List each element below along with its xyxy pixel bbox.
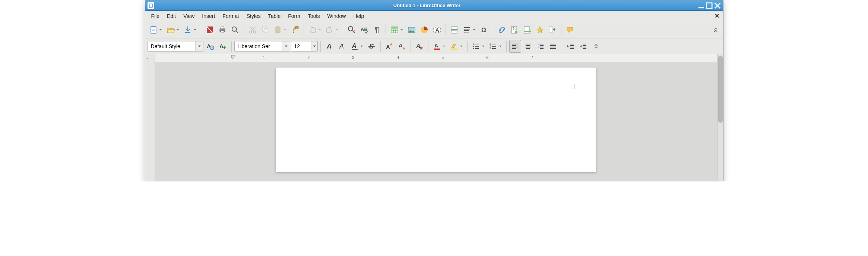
strikethrough-button[interactable]: S [366,40,378,53]
dropdown-icon[interactable] [400,28,403,31]
highlight-color-button[interactable] [448,40,465,53]
dropdown-icon[interactable] [311,41,317,51]
dropdown-icon[interactable] [335,28,339,31]
document-page[interactable] [276,68,596,172]
svg-rect-16 [277,26,279,28]
menu-form[interactable]: Form [284,12,304,21]
insert-table-button[interactable] [389,24,405,36]
dropdown-icon[interactable] [318,28,321,31]
paste-button[interactable] [272,24,288,36]
minimize-button[interactable] [698,3,704,9]
italic-button[interactable]: A [336,40,348,53]
menu-file[interactable]: File [148,12,164,21]
formatting-marks-button[interactable] [371,24,383,36]
bold-button[interactable]: A [323,40,335,53]
separator [561,24,561,35]
font-color-button[interactable]: A [431,40,447,53]
menu-table[interactable]: Table [264,12,284,21]
toolbar-more-button[interactable] [710,24,721,36]
separator [231,41,232,52]
align-justify-button[interactable] [547,40,559,53]
dropdown-icon[interactable] [195,41,203,51]
numbered-list-button[interactable]: 123 [487,40,504,53]
dropdown-icon[interactable] [283,28,287,31]
page-area[interactable] [155,62,717,181]
save-button[interactable] [182,24,198,36]
dropdown-icon[interactable] [472,28,476,31]
spellcheck-button[interactable]: AB [358,24,370,36]
new-document-button[interactable] [148,24,164,36]
comment-button[interactable] [564,24,576,36]
bookmark-button[interactable] [521,24,533,36]
redo-button[interactable] [324,24,340,36]
font-name-combo[interactable] [234,41,290,51]
dropdown-icon[interactable] [282,41,289,51]
paragraph-style-combo[interactable] [148,41,203,51]
align-left-button[interactable] [509,40,521,53]
menu-view[interactable]: View [180,12,198,21]
copy-button[interactable] [259,24,271,36]
close-document-icon[interactable]: ✕ [713,12,721,20]
dropdown-icon[interactable] [498,45,502,48]
scrollbar-thumb[interactable] [718,56,723,123]
underline-button[interactable]: A [349,40,365,53]
paragraph-style-input[interactable] [148,41,196,51]
update-style-button[interactable]: A [204,40,216,53]
clone-formatting-button[interactable] [289,24,301,36]
margin-corner-icon [292,84,297,89]
maximize-button[interactable] [706,3,713,9]
menu-tools[interactable]: Tools [304,12,324,21]
font-name-input[interactable] [235,41,282,51]
decrease-indent-button[interactable] [577,40,589,53]
svg-rect-29 [451,29,452,31]
insert-chart-button[interactable] [418,24,430,36]
new-style-button[interactable]: A [217,40,229,53]
insert-textbox-button[interactable]: A [431,24,443,36]
special-character-button[interactable]: Ω [478,24,490,36]
menu-help[interactable]: Help [349,12,368,21]
hyperlink-button[interactable] [496,24,508,36]
vertical-ruler[interactable]: ⌐ [145,54,155,181]
menu-edit[interactable]: Edit [163,12,180,21]
vertical-scrollbar[interactable] [717,54,723,181]
font-size-combo[interactable] [291,41,318,51]
footnote-button[interactable]: 1. [509,24,520,36]
menu-insert[interactable]: Insert [198,12,219,21]
menu-format[interactable]: Format [219,12,243,21]
dropdown-icon[interactable] [176,28,180,31]
dropdown-icon[interactable] [481,45,485,48]
indent-marker-icon[interactable] [231,55,235,61]
dropdown-icon[interactable] [360,45,364,48]
superscript-button[interactable]: AA [383,40,395,53]
close-button[interactable] [714,3,721,9]
menu-styles[interactable]: Styles [243,12,264,21]
horizontal-ruler[interactable]: 1 2 3 4 5 6 7 [155,54,717,62]
subscript-button[interactable]: AA [396,40,408,53]
page-break-button[interactable] [449,24,460,36]
menubar: File Edit View Insert Format Styles Tabl… [145,11,723,21]
toolbar-more-button[interactable] [590,40,601,53]
font-size-input[interactable] [291,41,311,51]
print-button[interactable] [216,24,228,36]
cut-button[interactable] [247,24,259,36]
find-replace-button[interactable] [346,24,358,36]
increase-indent-button[interactable] [565,40,577,53]
insert-image-button[interactable] [406,24,418,36]
print-preview-button[interactable] [229,24,241,36]
favorite-button[interactable] [534,24,546,36]
cross-reference-button[interactable] [547,24,558,36]
dropdown-icon[interactable] [193,28,197,31]
dropdown-icon[interactable] [459,45,463,48]
insert-field-button[interactable] [461,24,478,36]
undo-button[interactable] [307,24,323,36]
open-button[interactable] [165,24,181,36]
menu-window[interactable]: Window [324,12,350,21]
separator [343,24,343,35]
dropdown-icon[interactable] [159,28,162,31]
align-center-button[interactable] [522,40,534,53]
align-right-button[interactable] [535,40,547,53]
dropdown-icon[interactable] [442,45,446,48]
bullet-list-button[interactable] [470,40,487,53]
export-pdf-button[interactable] [204,24,216,36]
clear-formatting-button[interactable]: A [414,40,425,53]
